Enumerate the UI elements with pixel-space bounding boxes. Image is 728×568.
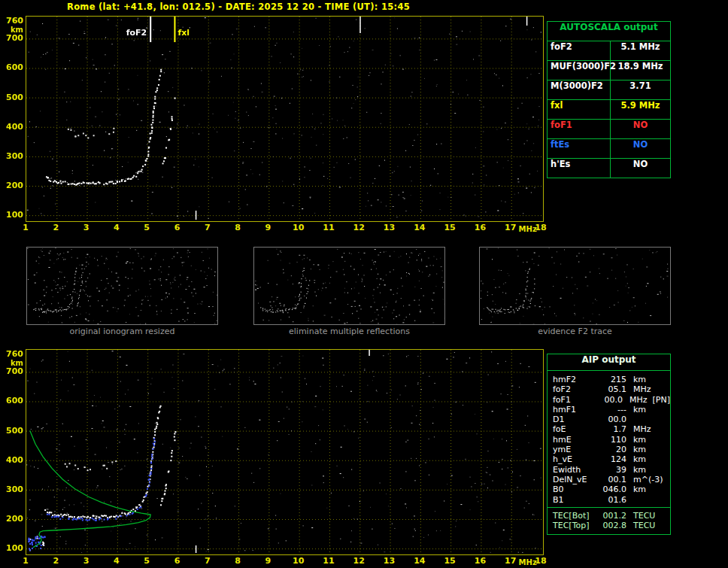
- thumbnail-original: [26, 247, 218, 325]
- aip-row-unit: MHz: [626, 424, 654, 434]
- aip-row-label: hmF2: [548, 375, 599, 384]
- autoscala-row-value: NO: [611, 139, 670, 158]
- autoscala-output-rows: foF25.1 MHzMUF(3000)F218.9 MHzM(3000)F23…: [548, 41, 670, 178]
- aip-row-label: foF2: [548, 384, 599, 394]
- aip-row-unit: km: [626, 435, 654, 445]
- thumbnail-no-multiples-canvas: [254, 248, 444, 324]
- aip-row-note: [654, 384, 670, 394]
- aip-row-label: foF1: [548, 395, 597, 405]
- x-axis-tick: 9: [259, 556, 276, 566]
- autoscala-row-label: fxl: [548, 100, 611, 119]
- tec-row-value: 001.2: [599, 511, 626, 521]
- x-axis-unit-label: MHz: [519, 558, 537, 566]
- station-title: Rome (lat: +41.8, lon: 012.5) - DATE: 20…: [67, 2, 410, 12]
- x-axis-tick: 16: [472, 556, 488, 566]
- x-axis-tick: 1: [17, 223, 34, 232]
- aip-row: foE1.7MHz: [548, 424, 670, 434]
- autoscala-table-row: ftEsNO: [548, 139, 670, 159]
- x-axis-tick: 13: [381, 556, 398, 566]
- x-axis-tick: 12: [350, 556, 367, 566]
- autoscala-row-value: 5.1 MHz: [611, 41, 670, 60]
- aip-row-note: [654, 435, 670, 445]
- aip-row-value: 00.1: [599, 475, 626, 484]
- x-axis-tick: 15: [441, 223, 458, 232]
- x-axis-tick: 3: [78, 556, 95, 566]
- thumbnail-caption-no-multiples: eliminate multiple reflections: [253, 327, 445, 336]
- x-axis-tick: 8: [229, 556, 246, 566]
- aip-row-unit: m^(-3): [626, 475, 654, 484]
- y-axis-tick: 760: [4, 16, 23, 26]
- aip-row-note: [654, 415, 670, 424]
- ionogram-canvas-top: [26, 17, 541, 220]
- y-axis-tick: 500: [4, 93, 23, 102]
- fof2-marker-label: foF2: [117, 28, 147, 38]
- aip-row-unit: km: [626, 375, 654, 384]
- aip-row-value: 39: [599, 465, 626, 475]
- aip-output-rows: hmF2215kmfoF205.1MHzfoF100.0MHz[PN]hmF1-…: [548, 371, 670, 507]
- x-axis-tick: 5: [138, 556, 155, 566]
- y-axis-tick: 100: [4, 210, 23, 220]
- aip-row-note: [654, 454, 670, 464]
- x-axis-tick: 7: [199, 223, 216, 232]
- x-axis-tick: 2: [47, 556, 64, 566]
- aip-row-value: 1.7: [599, 424, 626, 434]
- autoscala-row-label: foF1: [548, 120, 611, 138]
- y-axis-tick: 400: [4, 455, 23, 465]
- aip-row-note: [654, 405, 670, 415]
- y-axis-unit-label: km: [4, 359, 23, 367]
- autoscala-window: Rome (lat: +41.8, lon: 012.5) - DATE: 20…: [0, 0, 728, 568]
- aip-row-label: B1: [548, 495, 599, 505]
- aip-row-note: [654, 475, 670, 484]
- tec-row-unit: TECU: [626, 521, 654, 530]
- x-axis-tick: 14: [411, 556, 428, 566]
- y-axis-tick: 300: [4, 484, 23, 494]
- thumbnail-f2-trace-canvas: [480, 248, 670, 324]
- aip-row-label: hmE: [548, 435, 599, 445]
- x-axis-tick: 4: [108, 223, 125, 232]
- thumbnail-caption-f2-trace: evidence F2 trace: [479, 327, 671, 336]
- thumbnail-original-canvas: [27, 248, 217, 324]
- aip-row-value: ---: [599, 405, 626, 415]
- autoscala-row-label: M(3000)F2: [548, 80, 611, 99]
- autoscala-output-panel: AUTOSCALA output foF25.1 MHzMUF(3000)F21…: [547, 21, 671, 178]
- autoscala-row-value: 5.9 MHz: [611, 100, 670, 119]
- aip-row-value: 00.0: [597, 395, 623, 405]
- ionogram-plot-bottom: [26, 349, 544, 555]
- aip-row-value: 01.6: [599, 495, 626, 505]
- y-axis-tick: 760: [4, 349, 23, 359]
- thumbnail-no-multiples: [253, 247, 445, 325]
- aip-row-value: 00.0: [599, 415, 626, 424]
- aip-row-note: [654, 424, 670, 434]
- autoscala-row-label: h'Es: [548, 159, 611, 178]
- x-axis-tick: 17: [502, 223, 519, 232]
- x-axis-tick: 17: [502, 556, 519, 566]
- x-axis-tick: 13: [381, 223, 398, 232]
- aip-row-label: B0: [548, 484, 599, 494]
- y-axis-unit-label: km: [4, 26, 23, 34]
- thumbnail-caption-original: original ionogram resized: [26, 327, 218, 336]
- aip-row: foF205.1MHz: [548, 384, 670, 394]
- autoscala-row-value: 18.9 MHz: [611, 61, 670, 80]
- aip-row-note: [654, 375, 670, 384]
- tec-row: TEC[Bot]001.2TECU: [548, 511, 670, 521]
- aip-row: hmF2215km: [548, 375, 670, 384]
- autoscala-row-value: NO: [611, 159, 670, 178]
- x-axis-tick: 16: [472, 223, 488, 232]
- aip-row: h_vE124km: [548, 454, 670, 464]
- aip-row-note: [654, 445, 670, 454]
- ionogram-canvas-bottom: [26, 350, 541, 553]
- autoscala-row-label: foF2: [548, 41, 611, 60]
- aip-row-unit: km: [626, 454, 654, 464]
- aip-row-note: [654, 465, 670, 475]
- aip-row-note: [654, 484, 670, 494]
- aip-row-label: ymE: [548, 445, 599, 454]
- x-axis-tick: 6: [168, 556, 185, 566]
- aip-row-value: 20: [599, 445, 626, 454]
- x-axis-tick: 1: [17, 556, 34, 566]
- y-axis-tick: 400: [4, 122, 23, 132]
- thumbnail-f2-trace: [479, 247, 671, 325]
- y-axis-tick: 700: [4, 33, 23, 43]
- aip-row-label: Ewidth: [548, 465, 599, 475]
- x-axis-tick: 7: [199, 556, 216, 566]
- x-axis-tick: 12: [350, 223, 367, 232]
